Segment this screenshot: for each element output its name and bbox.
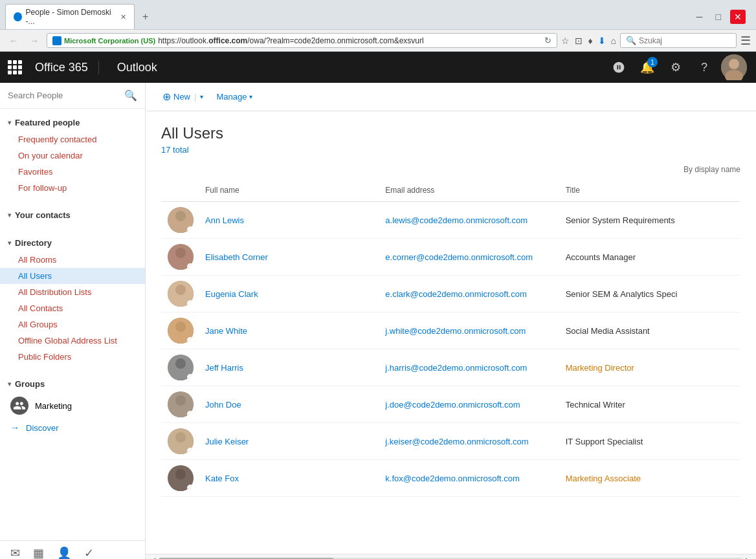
browser-tab[interactable]: People - Simon Demoski -... ✕: [5, 4, 135, 29]
presence-dot: [187, 411, 194, 417]
new-tab-button[interactable]: +: [137, 8, 153, 25]
mail-nav-icon[interactable]: ✉: [10, 546, 20, 559]
browser-search-bar[interactable]: 🔍: [620, 33, 737, 48]
sidebar-item-all-groups[interactable]: All Groups: [0, 316, 145, 333]
apps-grid-icon[interactable]: [8, 60, 22, 74]
sidebar-item-all-rooms[interactable]: All Rooms: [0, 252, 145, 268]
pocket-icon[interactable]: ♦: [588, 36, 592, 46]
user-avatar-button[interactable]: [720, 52, 748, 83]
table-row[interactable]: Eugenia Clark e.clark@code2demo.onmicros…: [161, 276, 740, 312]
back-button[interactable]: ←: [5, 34, 22, 48]
new-dropdown-icon[interactable]: ▾: [200, 93, 203, 100]
sidebar-item-public-folders[interactable]: Public Folders: [0, 349, 145, 365]
sidebar-item-marketing-group[interactable]: Marketing: [0, 393, 145, 419]
table-row[interactable]: John Doe j.doe@code2demo.onmicrosoft.com…: [161, 386, 740, 423]
app-title: Office 365: [35, 61, 99, 74]
skype-button[interactable]: [606, 52, 632, 83]
sidebar-item-all-users[interactable]: All Users: [0, 268, 145, 284]
directory-header[interactable]: ▾ Directory: [0, 234, 145, 252]
bookmark-star-icon[interactable]: ☆: [561, 36, 570, 46]
table-header: Full name Email address Title: [161, 179, 740, 202]
settings-button[interactable]: ⚙: [663, 52, 689, 83]
sidebar-item-all-distribution-lists[interactable]: All Distribution Lists: [0, 284, 145, 300]
horizontal-scrollbar[interactable]: ◀ ▶: [146, 554, 756, 559]
featured-people-section: ▾ Featured people Frequently contacted O…: [0, 109, 145, 201]
main-content: ⊕ New | ▾ Manage ▾ All Users 17 total By…: [146, 83, 756, 559]
sidebar-item-on-calendar[interactable]: On your calendar: [0, 148, 145, 164]
groups-chevron-icon: ▾: [8, 380, 11, 388]
minimize-button[interactable]: ─: [693, 10, 707, 24]
maximize-button[interactable]: □: [712, 10, 725, 24]
table-row[interactable]: Julie Keiser j.keiser@code2demo.onmicros…: [161, 423, 740, 460]
menu-icon[interactable]: ☰: [740, 34, 751, 48]
new-button[interactable]: ⊕ New | ▾: [159, 88, 207, 105]
table-row[interactable]: Elisabeth Corner e.corner@code2demo.onmi…: [161, 239, 740, 276]
marketing-group-label: Marketing: [35, 401, 72, 411]
directory-chevron-icon: ▾: [8, 239, 11, 247]
table-row[interactable]: Jeff Harris j.harris@code2demo.onmicroso…: [161, 349, 740, 386]
user-title: Technical Writer: [561, 397, 740, 412]
your-contacts-header[interactable]: ▾ Your contacts: [0, 206, 145, 224]
user-name: Julie Keiser: [200, 434, 380, 449]
presence-dot: [187, 337, 194, 344]
sidebar-item-favorites[interactable]: Favorites: [0, 164, 145, 180]
user-name: Ann Lewis: [200, 213, 380, 228]
help-button[interactable]: ?: [691, 52, 717, 83]
tab-close-icon[interactable]: ✕: [120, 13, 126, 21]
featured-people-header[interactable]: ▾ Featured people: [0, 114, 145, 131]
user-email: a.lewis@code2demo.onmicrosoft.com: [380, 213, 560, 228]
browser-search-input[interactable]: [639, 36, 717, 45]
table-row[interactable]: Ann Lewis a.lewis@code2demo.onmicrosoft.…: [161, 202, 740, 239]
sidebar-item-follow-up[interactable]: For follow-up: [0, 180, 145, 196]
manage-dropdown-icon[interactable]: ▾: [249, 93, 252, 100]
reader-view-icon[interactable]: ⊡: [575, 36, 583, 46]
user-name: Kate Fox: [200, 471, 380, 486]
sidebar-item-frequently-contacted[interactable]: Frequently contacted: [0, 131, 145, 148]
download-icon[interactable]: ⬇: [598, 36, 606, 46]
sidebar-item-discover[interactable]: → Discover: [0, 419, 145, 437]
avatar-cell: [161, 352, 200, 383]
user-email: j.white@code2demo.onmicrosoft.com: [380, 323, 560, 338]
presence-dot: [187, 448, 194, 454]
close-button[interactable]: ✕: [730, 10, 746, 24]
sidebar-item-all-contacts[interactable]: All Contacts: [0, 300, 145, 316]
address-secure: Microsoft Corporation (US): [64, 37, 155, 45]
user-title: Marketing Associate: [561, 471, 740, 486]
forward-button[interactable]: →: [26, 34, 43, 48]
svg-point-10: [175, 285, 186, 295]
svg-point-4: [175, 211, 186, 221]
app-body: 🔍 ▾ Featured people Frequently contacted…: [0, 83, 756, 559]
refresh-icon[interactable]: ↻: [544, 36, 551, 45]
user-avatar: [168, 465, 194, 491]
manage-button[interactable]: Manage ▾: [212, 89, 256, 104]
calendar-nav-icon[interactable]: ▦: [33, 546, 44, 559]
table-row[interactable]: Kate Fox k.fox@code2demo.onmicrosoft.com…: [161, 460, 740, 497]
tasks-nav-icon[interactable]: ✓: [84, 546, 94, 559]
scroll-left-icon[interactable]: ◀: [151, 556, 156, 559]
user-avatar: [168, 318, 194, 344]
search-people-icon[interactable]: 🔍: [124, 89, 137, 102]
header-icons: 🔔 1 ⚙ ?: [606, 52, 748, 83]
avatar-cell: [161, 278, 200, 309]
directory-label: Directory: [15, 238, 52, 248]
avatar-cell: [161, 389, 200, 420]
address-bar[interactable]: Microsoft Corporation (US) https://outlo…: [47, 33, 557, 48]
scroll-right-icon[interactable]: ▶: [746, 556, 751, 559]
user-name: Jane White: [200, 323, 380, 338]
user-table: Ann Lewis a.lewis@code2demo.onmicrosoft.…: [161, 202, 740, 497]
table-row[interactable]: Jane White j.white@code2demo.onmicrosoft…: [161, 312, 740, 349]
search-people-input[interactable]: [8, 91, 119, 100]
people-nav-icon[interactable]: 👤: [57, 546, 71, 559]
notifications-button[interactable]: 🔔 1: [634, 52, 660, 83]
email-column-header: Email address: [380, 183, 560, 197]
svg-point-1: [729, 59, 739, 69]
address-url: https://outlook.office.com/owa/?realm=co…: [158, 36, 542, 45]
manage-label: Manage: [216, 92, 247, 102]
featured-people-label: Featured people: [15, 118, 80, 127]
home-icon[interactable]: ⌂: [611, 36, 616, 46]
user-title: Senior SEM & Analytics Speci: [561, 287, 740, 301]
groups-header[interactable]: ▾ Groups: [0, 375, 145, 393]
avatar-cell: [161, 241, 200, 272]
avatar-column-header: [161, 183, 200, 197]
sidebar-item-offline-gal[interactable]: Offline Global Address List: [0, 333, 145, 349]
